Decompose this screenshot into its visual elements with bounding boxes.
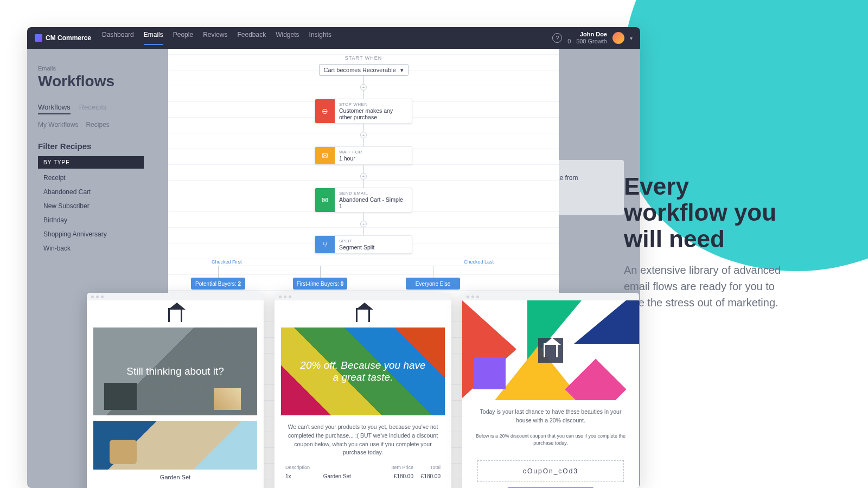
split-label-last: Checked Last [464, 259, 494, 265]
filter-heading: Filter Recipes [38, 142, 144, 151]
clock-icon: ✉ [315, 147, 335, 164]
coupon-code: cOupOn_cOd3 [477, 460, 624, 482]
user-meta: John Doe 0 - 500 Growth [567, 31, 607, 45]
avatar[interactable] [612, 32, 624, 44]
house-icon [544, 343, 558, 357]
nav-people[interactable]: People [173, 31, 193, 45]
node-split[interactable]: ⑂ SPLIT Segment Split [315, 235, 412, 254]
branch-potential[interactable]: Potential Buyers: 2 [191, 278, 245, 290]
nav-reviews[interactable]: Reviews [203, 31, 227, 45]
email2-hero: 20% off. Because you have a great taste. [281, 328, 445, 415]
breadcrumb: Emails [38, 65, 144, 72]
hero-copy: Every workflow you will need An extensiv… [624, 174, 792, 311]
node-text: Customer makes any other purchase [339, 107, 407, 120]
nav-dashboard[interactable]: Dashboard [102, 31, 134, 45]
topbar-right: ? John Doe 0 - 500 Growth ▾ [552, 31, 633, 45]
email-preview-1: Still thinking about it? Garden Set [87, 293, 264, 488]
trigger-text: Cart becomes Recoverable [324, 67, 396, 73]
email1-product-name: Garden Set [87, 470, 264, 485]
nav-feedback[interactable]: Feedback [238, 31, 266, 45]
split-icon: ⑂ [315, 236, 335, 253]
node-text: 1 hour [339, 155, 407, 162]
chevron-down-icon: ▾ [400, 67, 404, 74]
email2-table-header: DescriptionItem PriceTotal [275, 465, 451, 470]
node-label: WAIT FOR [339, 150, 407, 155]
hero-body: An extensive library of advanced email f… [624, 262, 792, 311]
email1-hero: Still thinking about it? [93, 328, 257, 415]
email1-product-image [93, 421, 257, 470]
filter-abandoned-cart[interactable]: Abandoned Cart [38, 185, 144, 199]
primary-tabs: Workflows Receipts [38, 103, 144, 114]
user-name: John Doe [567, 31, 607, 38]
chevron-down-icon[interactable]: ▾ [630, 35, 633, 41]
house-icon [168, 308, 182, 322]
email3-subbody: Below is a 20% discount coupon that you … [462, 433, 639, 455]
hero-title: Every workflow you will need [624, 174, 792, 252]
email-icon: ✉ [315, 188, 335, 212]
node-email[interactable]: ✉ SEND EMAIL Abandoned Cart - Simple 1 [315, 188, 412, 213]
filter-list: Receipt Abandoned Cart New Subscriber Bi… [38, 171, 144, 255]
trigger-select[interactable]: Cart becomes Recoverable ▾ [319, 64, 409, 76]
nav-widgets[interactable]: Widgets [276, 31, 299, 45]
email-preview-2: 20% off. Because you have a great taste.… [275, 293, 451, 488]
node-stop[interactable]: ⊖ STOP WHEN Customer makes any other pur… [315, 99, 412, 124]
filter-receipt[interactable]: Receipt [38, 171, 144, 185]
filter-winback[interactable]: Win-back [38, 241, 144, 255]
email2-table-row: 1xGarden Set£180.00£180.00 [275, 470, 451, 483]
help-icon[interactable]: ? [552, 33, 562, 43]
page-title: Workflows [38, 73, 144, 90]
secondary-tabs: My Workflows Recipes [38, 121, 144, 129]
nav-insights[interactable]: Insights [309, 31, 331, 45]
filter-group-label: BY TYPE [38, 156, 144, 169]
subtab-myworkflows[interactable]: My Workflows [38, 121, 78, 129]
email3-body: Today is your last chance to have these … [462, 400, 639, 433]
stop-icon: ⊖ [315, 99, 335, 123]
filter-shopping-anniversary[interactable]: Shopping Anniversary [38, 227, 144, 241]
app-screenshot: CM Commerce Dashboard Emails People Revi… [27, 27, 640, 488]
node-label: STOP WHEN [339, 102, 407, 107]
brand[interactable]: CM Commerce [35, 34, 91, 42]
brand-icon [35, 34, 42, 42]
node-text: Abandoned Cart - Simple 1 [339, 196, 407, 209]
node-label: SEND EMAIL [339, 191, 407, 196]
branch-everyone[interactable]: Everyone Else [406, 278, 460, 290]
house-icon [356, 308, 370, 322]
nav: Dashboard Emails People Reviews Feedback… [102, 31, 331, 45]
split-label-first: Checked First [212, 259, 242, 265]
email2-body: We can't send your products to you yet, … [275, 415, 451, 465]
email-previews: Still thinking about it? Garden Set 20% … [87, 293, 639, 488]
start-label: START WHEN [168, 55, 559, 61]
node-wait[interactable]: ✉ WAIT FOR 1 hour [315, 146, 412, 165]
sidebar: Emails Workflows Workflows Receipts My W… [38, 65, 144, 255]
brand-text: CM Commerce [46, 34, 91, 42]
tab-workflows[interactable]: Workflows [38, 103, 71, 114]
email-preview-3: Today is your last chance to have these … [462, 293, 639, 488]
user-plan: 0 - 500 Growth [567, 38, 607, 45]
topbar: CM Commerce Dashboard Emails People Revi… [27, 27, 640, 49]
branch-firsttime[interactable]: First-time Buyers: 0 [293, 278, 347, 290]
filter-birthday[interactable]: Birthday [38, 213, 144, 227]
nav-emails[interactable]: Emails [144, 31, 163, 45]
tab-receipts[interactable]: Receipts [79, 103, 107, 114]
node-text: Segment Split [339, 244, 407, 251]
email3-hero [462, 300, 639, 400]
subtab-recipes[interactable]: Recipes [86, 121, 109, 129]
node-label: SPLIT [339, 239, 407, 243]
filter-new-subscriber[interactable]: New Subscriber [38, 199, 144, 213]
